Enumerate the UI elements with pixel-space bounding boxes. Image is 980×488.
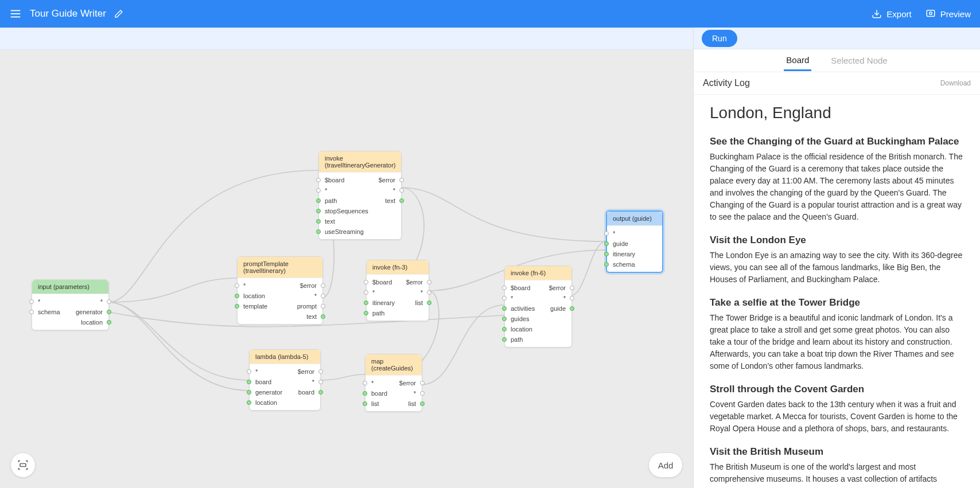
app-header: Tour Guide Writer Export Preview bbox=[0, 0, 980, 28]
node-canvas[interactable]: input (parameters) ** schemagenerator lo… bbox=[0, 50, 693, 488]
node-invoke-fn6[interactable]: invoke (fn-6) $board$error ** activities… bbox=[504, 266, 572, 348]
tab-selected-node[interactable]: Selected Node bbox=[829, 51, 889, 70]
tab-board[interactable]: Board bbox=[784, 50, 811, 71]
guide-section-body: The British Museum is one of the world's… bbox=[710, 461, 964, 485]
preview-button[interactable]: Preview bbox=[925, 9, 971, 19]
node-title: invoke (travelItineraryGenerator) bbox=[319, 151, 401, 173]
node-input[interactable]: input (parameters) ** schemagenerator lo… bbox=[32, 279, 109, 330]
fit-icon bbox=[17, 459, 29, 471]
main: input (parameters) ** schemagenerator lo… bbox=[0, 28, 980, 488]
app-title: Tour Guide Writer bbox=[30, 8, 106, 19]
sidebar-runbar: Run bbox=[694, 28, 980, 49]
guide-section-body: The London Eye is an amazing way to see … bbox=[710, 249, 964, 286]
svg-rect-4 bbox=[927, 10, 935, 17]
guide-section-heading: Take a selfie at the Tower Bridge bbox=[710, 297, 964, 309]
node-title: output (guide) bbox=[607, 212, 662, 226]
guide-section-body: Buckingham Palace is the official reside… bbox=[710, 151, 964, 223]
export-label: Export bbox=[886, 9, 911, 19]
preview-label: Preview bbox=[940, 9, 971, 19]
node-title: invoke (fn-6) bbox=[505, 266, 571, 280]
node-title: promptTemplate (travelItinerary) bbox=[238, 257, 322, 278]
edit-icon[interactable] bbox=[114, 9, 123, 18]
guide-section-body: The Tower Bridge is a beautiful and icon… bbox=[710, 312, 964, 372]
node-prompt-template[interactable]: promptTemplate (travelItinerary) *$error… bbox=[237, 256, 323, 325]
node-invoke-fn3[interactable]: invoke (fn-3) $board$error ** itineraryl… bbox=[366, 260, 429, 321]
activity-content: London, England See the Changing of the … bbox=[694, 95, 980, 488]
node-title: map (createGuides) bbox=[365, 354, 422, 376]
download-link[interactable]: Download bbox=[940, 79, 971, 87]
guide-section-heading: Visit the London Eye bbox=[710, 235, 964, 246]
guide-section-heading: See the Changing of the Guard at Bucking… bbox=[710, 136, 964, 147]
sidebar-tabs: Board Selected Node bbox=[694, 49, 980, 72]
guide-section-heading: Stroll through the Covent Garden bbox=[710, 384, 964, 395]
guide-section-heading: Visit the British Museum bbox=[710, 446, 964, 458]
guide-section-body: Covent Garden dates back to the 13th cen… bbox=[710, 399, 964, 435]
node-title: invoke (fn-3) bbox=[367, 260, 429, 275]
node-map-create-guides[interactable]: map (createGuides) *$error board* listli… bbox=[365, 354, 422, 412]
svg-point-5 bbox=[929, 12, 932, 15]
fit-view-button[interactable] bbox=[10, 452, 36, 478]
header-right: Export Preview bbox=[872, 9, 971, 19]
activity-header: Activity Log Download bbox=[694, 72, 980, 95]
run-button[interactable]: Run bbox=[702, 30, 737, 47]
node-invoke-itinerary-generator[interactable]: invoke (travelItineraryGenerator) $board… bbox=[318, 151, 402, 240]
node-title: input (parameters) bbox=[32, 280, 108, 294]
export-button[interactable]: Export bbox=[872, 9, 911, 19]
node-output[interactable]: output (guide) * guide itinerary schema bbox=[606, 210, 663, 273]
preview-icon bbox=[925, 9, 936, 19]
header-left: Tour Guide Writer bbox=[9, 7, 123, 20]
svg-rect-6 bbox=[20, 464, 26, 467]
sidebar: Run Board Selected Node Activity Log Dow… bbox=[693, 28, 980, 488]
node-title: lambda (lambda-5) bbox=[250, 350, 320, 364]
guide-title: London, England bbox=[710, 104, 964, 122]
canvas-runbar bbox=[0, 28, 693, 50]
menu-icon[interactable] bbox=[9, 7, 22, 20]
edge-layer bbox=[0, 50, 693, 488]
add-node-button[interactable]: Add bbox=[648, 452, 683, 478]
download-icon bbox=[872, 9, 882, 19]
canvas-area[interactable]: input (parameters) ** schemagenerator lo… bbox=[0, 28, 693, 488]
node-lambda[interactable]: lambda (lambda-5) *$error board* generat… bbox=[249, 349, 321, 411]
activity-title: Activity Log bbox=[703, 78, 750, 88]
